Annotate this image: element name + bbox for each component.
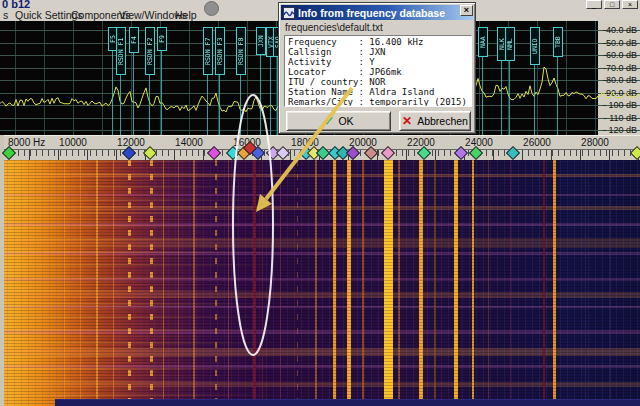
freq-tick-label: 10000 [59, 137, 87, 148]
database-file-label: frequencies\default.txt [285, 22, 383, 33]
freq-tick-label: 8000 Hz [8, 137, 45, 148]
dialog-title: Info from frequency database [298, 7, 445, 19]
station-marker-line [501, 61, 502, 135]
dialog-title-bar[interactable]: Info from frequency database [281, 5, 473, 20]
status-blob-icon[interactable] [204, 1, 219, 16]
station-marker-line [112, 51, 113, 135]
freq-tick-label: 28000 [581, 137, 609, 148]
station-label-rsdn-f3[interactable]: RSDN F3 [215, 27, 225, 75]
x-icon: ✕ [402, 114, 412, 128]
menu-item-s[interactable]: s [3, 9, 8, 21]
spectrum-lab-window: 0 b12 _ □ × sQuick SettingsComponentsVie… [0, 0, 640, 406]
abbrechen-label: Abbrechen [417, 115, 468, 127]
station-marker-line [219, 75, 220, 135]
station-label-unid[interactable]: UNID [530, 27, 540, 65]
station-label-jxn[interactable]: JXN [256, 27, 266, 55]
station-marker-line [509, 61, 510, 135]
abbrechen-button[interactable]: ✕ Abbrechen [399, 111, 471, 131]
minimize-button[interactable]: _ [586, 0, 602, 9]
window-title: 0 b12 [2, 0, 30, 9]
station-label-tbb[interactable]: TBB [553, 27, 563, 57]
station-marker-line [260, 55, 261, 135]
station-label-rsdn-f7[interactable]: RSDN F7 [203, 27, 213, 75]
station-label-rsdn-f2[interactable]: RSDN F2 [145, 27, 155, 75]
dialog-close-icon[interactable]: × [460, 5, 473, 16]
close-button[interactable]: × [622, 0, 638, 9]
station-marker-line [149, 75, 150, 135]
station-marker-line [240, 75, 241, 135]
station-label-rsdn-f8[interactable]: RSDN F8 [236, 27, 246, 75]
freq-tick-label: 22000 [407, 137, 435, 148]
waterfall-bottom-strip [55, 399, 640, 406]
station-marker-line [120, 75, 121, 135]
station-label-f9[interactable]: F9 [157, 27, 167, 51]
station-marker-line [207, 75, 208, 135]
station-marker-line [161, 51, 162, 135]
ok-button[interactable]: ✔ OK [286, 111, 391, 131]
station-label-naa[interactable]: NAA [478, 27, 488, 57]
freq-tick-label: 24000 [465, 137, 493, 148]
station-label-f4[interactable]: F4 [129, 27, 139, 53]
station-marker-line [133, 53, 134, 135]
freq-tick-label: 14000 [175, 137, 203, 148]
freq-tick-label: 26000 [523, 137, 551, 148]
ok-label: OK [338, 115, 353, 127]
waterfall-scanlines [0, 160, 640, 406]
restore-button[interactable]: □ [604, 0, 620, 9]
station-marker-line [557, 57, 558, 135]
app-icon [283, 7, 295, 19]
check-icon: ✔ [323, 114, 333, 128]
station-marker-line [270, 57, 271, 135]
station-info-text: Frequency : 16.400 kHz Callsign : JXN Ac… [284, 35, 472, 107]
freq-tick-label: 12000 [117, 137, 145, 148]
window-left-border [0, 135, 4, 406]
station-marker-line [534, 65, 535, 135]
frequency-info-dialog: Info from frequency database × frequenci… [278, 2, 476, 134]
menu-item-help[interactable]: Help [175, 9, 197, 21]
station-label-nml[interactable]: NML [505, 27, 515, 61]
station-label-rsdn-f1[interactable]: RSDN F1 [116, 27, 126, 75]
station-marker-line [482, 57, 483, 135]
waterfall-display[interactable] [0, 160, 640, 406]
